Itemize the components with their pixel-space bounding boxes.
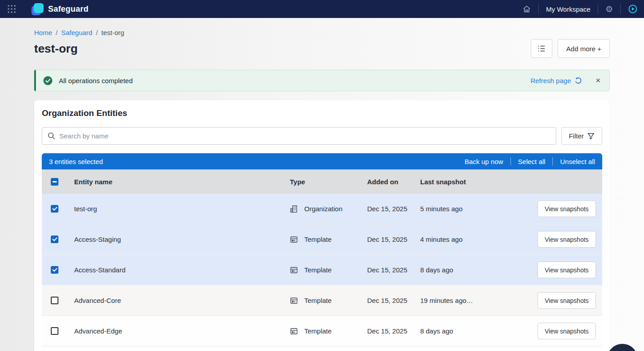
close-icon[interactable]: ×: [595, 76, 600, 84]
page-title: test-org: [34, 42, 78, 56]
added-on-date: Dec 15, 2025: [367, 235, 420, 243]
search-icon: [48, 132, 55, 140]
list-view-button[interactable]: [531, 39, 552, 58]
organization-entities-panel: Organization Entities Filter 3 entities …: [34, 100, 610, 351]
brand-home-link[interactable]: Safeguard: [31, 3, 89, 15]
table-body: test-org: [42, 194, 602, 347]
row-checkbox[interactable]: [51, 297, 58, 304]
entity-name: Access-Standard: [74, 266, 290, 274]
selection-bar: 3 entities selected Back up now Select a…: [42, 153, 602, 169]
filter-funnel-icon: [587, 133, 595, 140]
table-row: Advanced-Edge: [42, 316, 602, 347]
breadcrumb-safeguard[interactable]: Safeguard: [61, 29, 92, 36]
added-on-date: Dec 15, 2025: [367, 327, 420, 335]
entity-name: Advanced-Core: [74, 297, 290, 304]
template-icon: [290, 327, 298, 335]
template-icon: [290, 235, 298, 244]
column-last-snapshot: Last snapshot: [420, 178, 537, 186]
breadcrumb-current: test-org: [102, 29, 124, 36]
row-checkbox[interactable]: [51, 235, 58, 243]
refresh-icon: [574, 77, 582, 84]
workspace-menu[interactable]: My Workspace: [546, 5, 591, 13]
check-circle-icon: [43, 76, 53, 85]
view-snapshots-button[interactable]: View snapshots: [537, 200, 596, 217]
search-input[interactable]: [59, 132, 551, 140]
success-alert: All operations completed Refresh page ×: [34, 70, 610, 91]
table-row: Advanced-Core: [42, 285, 602, 316]
safeguard-logo-icon: [31, 3, 44, 15]
view-snapshots-button[interactable]: View snapshots: [537, 323, 596, 339]
add-more-button[interactable]: Add more +: [558, 39, 610, 58]
filter-button[interactable]: Filter: [561, 127, 602, 145]
entity-name: Advanced-Edge: [74, 327, 290, 335]
view-snapshots-button[interactable]: View snapshots: [537, 292, 596, 309]
filter-label: Filter: [569, 132, 584, 140]
alert-message: All operations completed: [59, 77, 133, 84]
search-box: [42, 127, 556, 145]
template-icon: [290, 266, 298, 274]
settings-gear-icon[interactable]: ⚙: [605, 5, 613, 13]
last-snapshot-time: 5 minutes ago: [420, 205, 537, 213]
column-entity-name: Entity name: [74, 178, 290, 186]
template-icon: [290, 297, 298, 305]
last-snapshot-time: 4 minutes ago: [420, 235, 537, 243]
select-all-checkbox[interactable]: [51, 178, 58, 186]
organization-icon: [290, 205, 298, 213]
divider: [538, 4, 539, 14]
entity-type: Template: [304, 266, 332, 274]
view-snapshots-button[interactable]: View snapshots: [537, 262, 596, 278]
added-on-date: Dec 15, 2025: [367, 205, 420, 213]
entity-name: test-org: [74, 205, 290, 213]
unselect-all-button[interactable]: Unselect all: [560, 158, 595, 165]
brand-name: Safeguard: [48, 4, 89, 14]
entity-type: Organization: [304, 205, 342, 213]
divider: [552, 157, 553, 165]
added-on-date: Dec 15, 2025: [367, 297, 420, 304]
divider: [511, 157, 511, 165]
view-snapshots-button[interactable]: View snapshots: [537, 231, 596, 248]
select-all-button[interactable]: Select all: [518, 158, 546, 165]
table-header: Entity name Type Added on Last snapshot: [42, 169, 602, 194]
breadcrumb-home[interactable]: Home: [34, 29, 52, 36]
table-row: Access-Standard: [42, 255, 602, 285]
home-icon[interactable]: [522, 4, 531, 13]
entity-type: Template: [304, 297, 332, 304]
account-avatar-icon[interactable]: [628, 4, 638, 14]
refresh-page-link[interactable]: Refresh page: [530, 77, 582, 84]
last-snapshot-time: 8 days ago: [420, 327, 537, 335]
row-checkbox[interactable]: [51, 205, 58, 213]
column-type: Type: [290, 178, 367, 186]
breadcrumb-separator: /: [96, 29, 98, 36]
entity-type: Template: [304, 327, 332, 335]
column-added-on: Added on: [367, 178, 420, 186]
breadcrumb: Home / Safeguard / test-org: [34, 29, 610, 36]
app-launcher-icon[interactable]: [6, 4, 17, 14]
last-snapshot-time: 19 minutes ago…: [420, 297, 537, 304]
back-up-now-button[interactable]: Back up now: [465, 158, 503, 165]
added-on-date: Dec 15, 2025: [367, 266, 420, 274]
table-row: Access-Staging: [42, 224, 602, 255]
row-checkbox[interactable]: [51, 327, 58, 335]
divider: [620, 4, 621, 14]
table-row: test-org: [42, 194, 602, 224]
divider: [598, 4, 598, 14]
entity-type: Template: [304, 235, 332, 243]
row-checkbox[interactable]: [51, 266, 58, 274]
refresh-page-label: Refresh page: [530, 77, 571, 84]
breadcrumb-separator: /: [56, 29, 58, 36]
top-navbar: Safeguard My Workspace ⚙: [0, 0, 644, 18]
selection-count: 3 entities selected: [49, 158, 103, 165]
panel-title: Organization Entities: [42, 108, 602, 118]
entity-name: Access-Staging: [74, 235, 290, 243]
last-snapshot-time: 8 days ago: [420, 266, 537, 274]
